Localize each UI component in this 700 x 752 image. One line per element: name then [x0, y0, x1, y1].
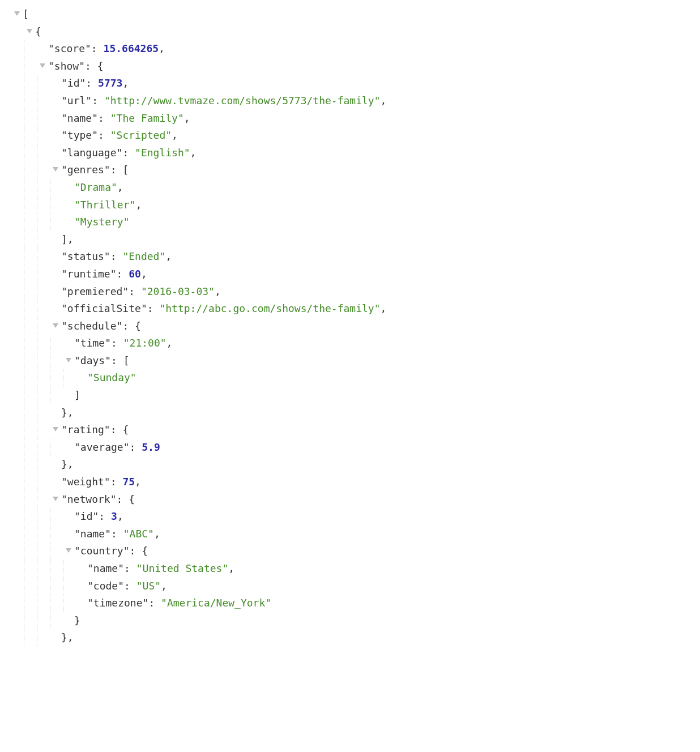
json-token-bracket: [	[122, 164, 129, 176]
json-token-key: "url"	[61, 95, 92, 106]
json-token-number: 15.664265	[104, 42, 159, 54]
expand-toggle-icon[interactable]	[11, 9, 23, 20]
expand-toggle-icon[interactable]	[24, 27, 35, 38]
json-token-key: "runtime"	[61, 268, 117, 280]
json-token-punct: ,	[122, 77, 129, 89]
json-token-punct: ,	[381, 302, 387, 314]
json-token-key: "show"	[48, 60, 85, 72]
expand-toggle-icon[interactable]	[50, 494, 61, 506]
json-token-punct: ,	[165, 250, 172, 262]
json-line-content: "show": {	[48, 58, 104, 75]
json-token-key: "score"	[48, 42, 91, 54]
json-token-number: 5773	[98, 77, 122, 89]
expand-toggle-icon[interactable]	[50, 321, 61, 332]
json-token-punct: :	[124, 580, 136, 592]
json-token-key: "id"	[74, 510, 99, 522]
json-token-punct: :	[111, 354, 123, 366]
json-token-punct: :	[91, 42, 104, 54]
expand-toggle-icon[interactable]	[37, 61, 48, 72]
json-token-string: "ABC"	[123, 528, 154, 540]
json-token-punct: :	[124, 562, 136, 574]
svg-marker-4	[53, 323, 58, 328]
json-token-string: "http://abc.go.com/shows/the-family"	[159, 302, 380, 314]
json-line: "show": {	[11, 58, 689, 75]
json-line: "status": "Ended",	[11, 248, 689, 266]
json-token-bracket: {	[135, 320, 141, 332]
json-token-punct: ,	[117, 181, 123, 193]
json-line-content: },	[61, 404, 74, 422]
json-line-content: "rating": {	[61, 421, 129, 439]
json-line-content: "url": "http://www.tvmaze.com/shows/5773…	[61, 92, 386, 110]
json-line: "days": [	[11, 352, 689, 370]
json-token-punct: ,	[67, 458, 74, 470]
svg-marker-7	[53, 497, 58, 501]
json-token-bracket: {	[129, 493, 135, 505]
json-token-punct: ,	[172, 129, 178, 141]
json-token-punct: ,	[117, 510, 123, 522]
json-token-bracket: {	[35, 25, 41, 37]
json-line: "type": "Scripted",	[11, 127, 689, 144]
json-token-key: "name"	[61, 112, 98, 124]
json-token-string: "2016-03-03"	[141, 285, 215, 297]
json-line: "genres": [	[11, 161, 689, 179]
json-line-content: "language": "English",	[61, 144, 196, 162]
json-token-key: "average"	[74, 441, 130, 453]
json-line: },	[11, 629, 689, 647]
json-token-key: "officialSite"	[61, 302, 147, 314]
json-line-content: }	[74, 612, 80, 630]
json-line-content: },	[61, 456, 74, 473]
json-token-punct: ,	[67, 407, 74, 418]
expand-toggle-icon[interactable]	[63, 546, 74, 557]
json-line: "average": 5.9	[11, 439, 689, 456]
expand-toggle-icon[interactable]	[50, 425, 61, 436]
json-token-punct: ,	[135, 199, 142, 211]
json-token-punct: ,	[381, 95, 387, 106]
json-line-content: "time": "21:00",	[74, 335, 172, 352]
json-token-punct: ,	[67, 233, 74, 245]
json-token-punct: ,	[159, 42, 165, 54]
json-token-bracket: {	[97, 60, 104, 72]
json-token-punct: :	[147, 302, 160, 314]
expand-toggle-icon[interactable]	[63, 356, 74, 367]
svg-marker-8	[66, 548, 71, 553]
json-token-punct: :	[117, 268, 129, 280]
json-line-content: "timezone": "America/New_York"	[87, 595, 271, 612]
json-line: "premiered": "2016-03-03",	[11, 283, 689, 301]
json-line: ]	[11, 387, 689, 404]
json-line-content: "name": "The Family",	[61, 110, 190, 127]
json-token-key: "status"	[61, 250, 110, 262]
json-line: "score": 15.664265,	[11, 40, 689, 58]
json-line-content: ]	[74, 387, 80, 404]
expand-toggle-icon[interactable]	[50, 165, 61, 176]
json-token-bracket: }	[61, 458, 67, 470]
json-token-key: "network"	[61, 493, 117, 505]
json-token-punct: ,	[161, 580, 167, 592]
json-line: "schedule": {	[11, 318, 689, 335]
json-token-key: "weight"	[61, 476, 110, 488]
json-token-string: "Scripted"	[110, 129, 172, 141]
json-line-content: {	[35, 23, 41, 41]
json-token-string: "Thriller"	[74, 199, 135, 211]
json-line: "name": "United States",	[11, 560, 689, 578]
json-line: "code": "US",	[11, 578, 689, 595]
json-line: "id": 5773,	[11, 75, 689, 92]
json-token-punct: :	[122, 320, 135, 332]
json-token-bracket: }	[74, 614, 80, 626]
json-token-punct: :	[110, 476, 123, 488]
json-token-key: "code"	[87, 580, 124, 592]
json-token-punct: ,	[190, 147, 197, 159]
json-line-content: "type": "Scripted",	[61, 127, 178, 144]
json-line-content: "name": "United States",	[87, 560, 234, 578]
json-line-content: "weight": 75,	[61, 473, 141, 491]
json-token-bracket: ]	[74, 389, 80, 401]
json-token-punct: ,	[154, 528, 160, 540]
json-token-punct: :	[85, 60, 97, 72]
json-line-content: "network": {	[61, 491, 135, 509]
json-token-number: 60	[129, 268, 141, 280]
json-token-string: "21:00"	[123, 337, 167, 349]
svg-marker-0	[14, 11, 20, 16]
json-token-punct: ,	[67, 631, 74, 643]
svg-marker-5	[66, 358, 71, 362]
json-token-number: 5.9	[142, 441, 160, 453]
json-line: },	[11, 456, 689, 473]
